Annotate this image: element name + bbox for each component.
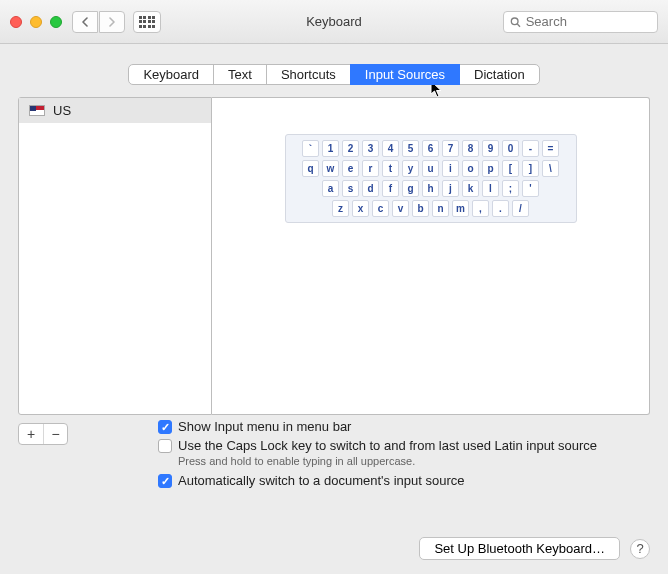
key: y [402, 160, 419, 177]
key: - [522, 140, 539, 157]
keyboard-layout: `1234567890-=qwertyuiop[]\asdfghjkl;'zxc… [285, 134, 577, 223]
key: d [362, 180, 379, 197]
key: \ [542, 160, 559, 177]
key: q [302, 160, 319, 177]
key: 0 [502, 140, 519, 157]
option-show-menu[interactable]: Show Input menu in menu bar [158, 419, 597, 434]
key: z [332, 200, 349, 217]
tab-keyboard[interactable]: Keyboard [128, 64, 214, 85]
key: , [472, 200, 489, 217]
key: m [452, 200, 469, 217]
key: f [382, 180, 399, 197]
add-source-button[interactable]: + [19, 424, 43, 444]
checkbox-show-menu[interactable] [158, 420, 172, 434]
tab-bar: KeyboardTextShortcutsInput SourcesDictat… [18, 64, 650, 85]
keyboard-row: zxcvbnm,./ [291, 200, 571, 217]
tab-input-sources[interactable]: Input Sources [350, 64, 460, 85]
tab-text[interactable]: Text [213, 64, 267, 85]
input-source-item[interactable]: US [19, 98, 211, 123]
key: g [402, 180, 419, 197]
key: p [482, 160, 499, 177]
key: 1 [322, 140, 339, 157]
help-button[interactable]: ? [630, 539, 650, 559]
chevron-left-icon [81, 17, 89, 27]
keyboard-preview: `1234567890-=qwertyuiop[]\asdfghjkl;'zxc… [212, 97, 650, 415]
keyboard-row: qwertyuiop[]\ [291, 160, 571, 177]
key: 8 [462, 140, 479, 157]
search-field[interactable] [503, 11, 658, 33]
tab-shortcuts[interactable]: Shortcuts [266, 64, 351, 85]
key: l [482, 180, 499, 197]
key: h [422, 180, 439, 197]
tab-dictation[interactable]: Dictation [459, 64, 540, 85]
input-source-list[interactable]: US [18, 97, 212, 415]
svg-point-0 [511, 17, 518, 24]
key: o [462, 160, 479, 177]
search-icon [510, 16, 521, 28]
options: Show Input menu in menu bar Use the Caps… [158, 419, 597, 492]
nav-buttons [72, 11, 125, 33]
key: j [442, 180, 459, 197]
remove-source-button[interactable]: − [43, 424, 67, 444]
key: v [392, 200, 409, 217]
key: / [512, 200, 529, 217]
forward-button[interactable] [99, 11, 125, 33]
option-label: Automatically switch to a document's inp… [178, 473, 464, 488]
checkbox-auto-switch[interactable] [158, 474, 172, 488]
show-all-button[interactable] [133, 11, 161, 33]
keyboard-row: `1234567890-= [291, 140, 571, 157]
option-label: Use the Caps Lock key to switch to and f… [178, 438, 597, 453]
key: 3 [362, 140, 379, 157]
option-auto-switch[interactable]: Automatically switch to a document's inp… [158, 473, 597, 488]
key: w [322, 160, 339, 177]
key: ' [522, 180, 539, 197]
key: i [442, 160, 459, 177]
bluetooth-keyboard-button[interactable]: Set Up Bluetooth Keyboard… [419, 537, 620, 560]
key: 9 [482, 140, 499, 157]
checkbox-caps-lock[interactable] [158, 439, 172, 453]
key: 7 [442, 140, 459, 157]
key: 5 [402, 140, 419, 157]
close-window-button[interactable] [10, 16, 22, 28]
panels: US `1234567890-=qwertyuiop[]\asdfghjkl;'… [18, 97, 650, 415]
key: ; [502, 180, 519, 197]
minimize-window-button[interactable] [30, 16, 42, 28]
key: ` [302, 140, 319, 157]
add-remove-control: + − [18, 423, 68, 445]
key: u [422, 160, 439, 177]
us-flag-icon [29, 105, 45, 116]
key: s [342, 180, 359, 197]
footer: Set Up Bluetooth Keyboard… ? [419, 537, 650, 560]
key: t [382, 160, 399, 177]
key: 2 [342, 140, 359, 157]
input-source-name: US [53, 103, 71, 118]
key: = [542, 140, 559, 157]
option-caps-lock-hint: Press and hold to enable typing in all u… [158, 455, 597, 467]
key: k [462, 180, 479, 197]
key: 6 [422, 140, 439, 157]
key: ] [522, 160, 539, 177]
key: . [492, 200, 509, 217]
content-area: KeyboardTextShortcutsInput SourcesDictat… [0, 44, 668, 504]
key: a [322, 180, 339, 197]
key: [ [502, 160, 519, 177]
traffic-lights [10, 16, 62, 28]
option-caps-lock[interactable]: Use the Caps Lock key to switch to and f… [158, 438, 597, 453]
zoom-window-button[interactable] [50, 16, 62, 28]
grid-icon [139, 16, 156, 28]
key: c [372, 200, 389, 217]
key: r [362, 160, 379, 177]
svg-line-1 [517, 24, 520, 27]
key: e [342, 160, 359, 177]
key: b [412, 200, 429, 217]
option-label: Show Input menu in menu bar [178, 419, 351, 434]
key: n [432, 200, 449, 217]
titlebar: Keyboard [0, 0, 668, 44]
chevron-right-icon [108, 17, 116, 27]
search-input[interactable] [526, 14, 651, 29]
keyboard-row: asdfghjkl;' [291, 180, 571, 197]
key: x [352, 200, 369, 217]
back-button[interactable] [72, 11, 98, 33]
key: 4 [382, 140, 399, 157]
